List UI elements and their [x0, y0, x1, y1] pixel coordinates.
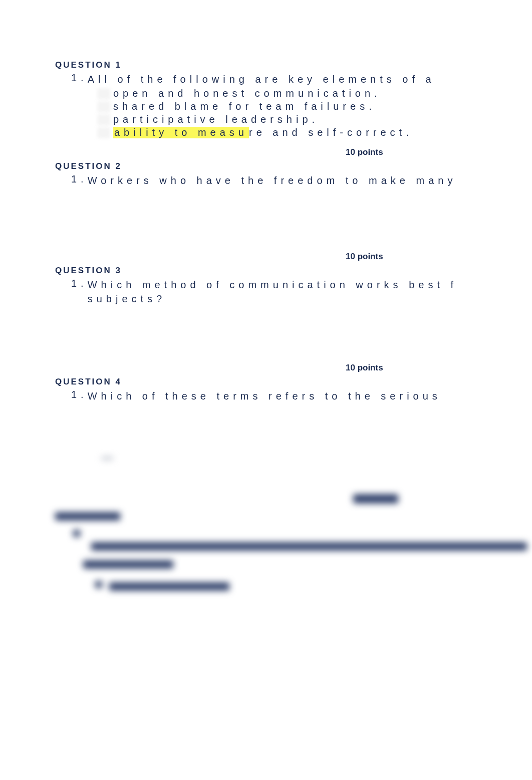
option-marker: [97, 127, 110, 138]
question-3-number: 1.: [71, 278, 88, 289]
question-4-header: QUESTION 4: [55, 377, 532, 387]
blurred-text-line: [83, 560, 173, 568]
option-text: ability to measure and self-correct.: [113, 127, 413, 138]
highlighted-text: ability to measu: [113, 127, 249, 138]
blurred-bullet: [73, 530, 80, 537]
blurred-text-line: [91, 542, 527, 550]
option-text-rest: re and self-correct.: [249, 127, 413, 138]
question-3-stem: Which method of communication works best…: [88, 278, 457, 292]
option-text: participative leadership.: [113, 114, 319, 125]
blurred-points-label: [353, 494, 398, 503]
blurred-preview-region: [55, 457, 532, 596]
question-3-header: QUESTION 3: [55, 266, 532, 276]
question-1-option-b: shared blame for team failures.: [97, 101, 532, 112]
question-4-stem: Which of these terms refers to the serio…: [88, 389, 441, 403]
blurred-fragment: [101, 457, 113, 459]
question-3-body: 1. Which method of communication works b…: [71, 278, 532, 306]
question-2-body: 1. Workers who have the freedom to make …: [71, 173, 532, 187]
question-1-header: QUESTION 1: [55, 60, 532, 70]
option-text: open and honest communication.: [113, 88, 381, 99]
question-1-option-d: ability to measure and self-correct.: [97, 127, 532, 138]
question-3-stem-line2: subjects?: [88, 292, 166, 306]
question-1-number: 1.: [71, 72, 88, 84]
option-text: shared blame for team failures.: [113, 101, 376, 112]
question-2-header: QUESTION 2: [55, 161, 532, 171]
question-1-option-c: participative leadership.: [97, 114, 532, 125]
blurred-question-header: [55, 512, 120, 520]
option-marker: [97, 88, 110, 99]
question-1-body: 1. All of the following are key elements…: [71, 72, 532, 138]
question-1-points: 10 points: [55, 147, 532, 157]
question-4-body: 1. Which of these terms refers to the se…: [71, 389, 532, 403]
question-3-points: 10 points: [55, 363, 532, 373]
question-1-options: open and honest communication. shared bl…: [97, 88, 532, 138]
document-page: QUESTION 1 1. All of the following are k…: [0, 0, 532, 596]
question-1-option-a: open and honest communication.: [97, 88, 532, 99]
option-marker: [97, 101, 110, 112]
option-marker: [97, 114, 110, 125]
blurred-bullet: [95, 581, 102, 588]
question-4-number: 1.: [71, 389, 88, 401]
question-2-number: 1.: [71, 173, 88, 185]
question-1-stem: All of the following are key elements of…: [88, 72, 435, 86]
question-2-stem: Workers who have the freedom to make man…: [88, 173, 457, 187]
question-2-points: 10 points: [55, 252, 532, 262]
blurred-text-line: [109, 582, 229, 591]
